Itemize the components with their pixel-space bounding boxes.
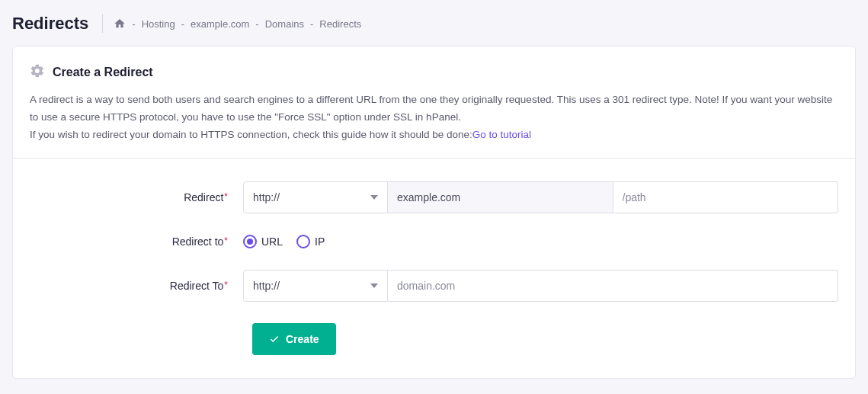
header-divider	[102, 14, 103, 33]
breadcrumb: - Hosting - example.com - Domains - Redi…	[114, 18, 361, 30]
breadcrumb-sep: -	[310, 18, 313, 30]
create-button[interactable]: Create	[252, 323, 336, 355]
chevron-down-icon	[370, 195, 378, 200]
protocol-select-value: http://	[253, 191, 280, 203]
breadcrumb-domain[interactable]: example.com	[191, 18, 249, 30]
protocol-select-source[interactable]: http://	[243, 181, 388, 213]
source-path-input[interactable]	[613, 181, 839, 213]
breadcrumb-domains[interactable]: Domains	[265, 18, 304, 30]
protocol-select-dest[interactable]: http://	[243, 270, 388, 302]
card-create-redirect: Create a Redirect A redirect is a way to…	[12, 46, 856, 379]
row-redirect-to-dest: Redirect To* http://	[30, 270, 838, 302]
row-redirect: Redirect* http:// example.com	[30, 181, 838, 213]
breadcrumb-redirects[interactable]: Redirects	[319, 18, 361, 30]
gear-icon	[30, 63, 45, 81]
chevron-down-icon	[370, 283, 378, 288]
check-icon	[269, 334, 280, 344]
radio-ip-label: IP	[315, 235, 325, 248]
dest-domain-input[interactable]	[388, 270, 838, 302]
breadcrumb-sep: -	[132, 18, 135, 30]
card-description: A redirect is a way to send both users a…	[13, 91, 855, 158]
source-domain-field: example.com	[388, 181, 613, 213]
description-line1: A redirect is a way to send both users a…	[30, 94, 832, 123]
tutorial-link[interactable]: Go to tutorial	[472, 129, 531, 140]
radio-ip[interactable]: IP	[296, 235, 325, 248]
radio-url-label: URL	[261, 235, 283, 248]
protocol-select-dest-value: http://	[253, 280, 280, 292]
row-redirect-to-type: Redirect to* URL IP	[30, 235, 838, 248]
card-title: Create a Redirect	[53, 66, 153, 79]
breadcrumb-sep: -	[255, 18, 258, 30]
home-icon[interactable]	[114, 18, 126, 30]
label-redirect-to-dest: Redirect To*	[30, 280, 243, 292]
breadcrumb-sep: -	[181, 18, 184, 30]
page-title: Redirects	[12, 14, 88, 34]
radio-url[interactable]: URL	[243, 235, 283, 248]
description-line2: If you wish to redirect your domain to H…	[30, 129, 472, 140]
breadcrumb-hosting[interactable]: Hosting	[142, 18, 175, 30]
label-redirect-to-type: Redirect to*	[30, 235, 243, 248]
label-redirect: Redirect*	[30, 191, 243, 203]
create-button-label: Create	[286, 333, 319, 345]
